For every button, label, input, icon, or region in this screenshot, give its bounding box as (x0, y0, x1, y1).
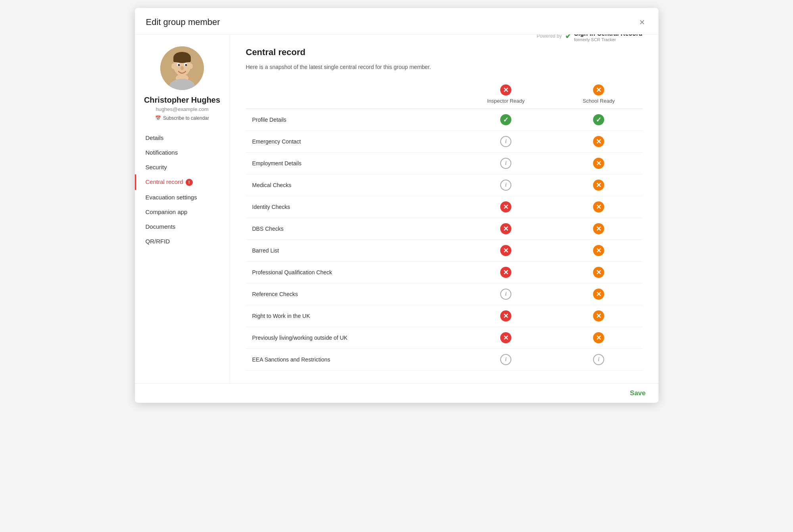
row-school-status: ✕ (555, 174, 643, 196)
icon-orange-x: ✕ (593, 267, 604, 278)
icon-green-check: ✓ (500, 114, 511, 125)
icon-red-x: ✕ (500, 223, 511, 234)
row-label: Employment Details (246, 153, 457, 174)
sidebar-item-qr-rfid[interactable]: QR/RFID (135, 234, 230, 249)
col-header-school: ✕ School Ready (555, 81, 643, 109)
row-inspector-status: ✕ (457, 327, 555, 349)
icon-red-x: ✕ (500, 201, 511, 212)
col-header-name (246, 81, 457, 109)
icon-info: i (500, 136, 511, 147)
modal-header: Edit group member × (135, 8, 659, 34)
row-label: EEA Sanctions and Restrictions (246, 349, 457, 371)
scr-logo: ✔ Sign In Central Record formerly SCR Tr… (565, 34, 642, 42)
sidebar-item-evacuation-settings[interactable]: Evacuation settings (135, 190, 230, 205)
icon-orange-x: ✕ (593, 289, 604, 300)
row-label: Identity Checks (246, 196, 457, 218)
sidebar-item-documents[interactable]: Documents (135, 219, 230, 234)
powered-by: Powered by ✔ Sign In Central Record form… (537, 34, 643, 42)
subscribe-calendar[interactable]: 📅 Subscribe to calendar (155, 115, 209, 121)
svg-point-4 (171, 63, 175, 69)
row-label: Medical Checks (246, 174, 457, 196)
modal-title: Edit group member (146, 17, 220, 27)
sidebar-item-central-record[interactable]: Central record! (135, 174, 230, 190)
user-name: Christopher Hughes (139, 96, 225, 105)
row-school-status: ✕ (555, 283, 643, 305)
table-row: Employment Details i ✕ (246, 153, 643, 174)
row-inspector-status: i (457, 174, 555, 196)
row-label: Reference Checks (246, 283, 457, 305)
table-row: Previously living/working outside of UK … (246, 327, 643, 349)
svg-point-8 (178, 64, 180, 66)
sidebar-item-security[interactable]: Security (135, 160, 230, 174)
modal-body: Christopher Hughes hughes@example.com 📅 … (135, 34, 659, 383)
table-row: EEA Sanctions and Restrictions i i (246, 349, 643, 371)
row-school-status: ✕ (555, 262, 643, 283)
sidebar-item-notifications[interactable]: Notifications (135, 145, 230, 160)
row-label: Professional Qualification Check (246, 262, 457, 283)
icon-info: i (500, 289, 511, 300)
calendar-icon: 📅 (155, 115, 161, 121)
icon-info: i (593, 354, 604, 365)
table-row: Profile Details ✓ ✓ (246, 109, 643, 131)
icon-red-x: ✕ (500, 245, 511, 256)
icon-orange-x: ✕ (593, 201, 604, 212)
icon-orange-x: ✕ (593, 223, 604, 234)
row-inspector-status: i (457, 283, 555, 305)
icon-red-x: ✕ (500, 267, 511, 278)
row-label: Profile Details (246, 109, 457, 131)
table-row: DBS Checks ✕ ✕ (246, 218, 643, 240)
row-label: Barred List (246, 240, 457, 262)
row-label: Emergency Contact (246, 131, 457, 153)
close-button[interactable]: × (637, 17, 647, 28)
modal-footer: Save (135, 383, 659, 403)
row-label: DBS Checks (246, 218, 457, 240)
row-school-status: ✕ (555, 305, 643, 327)
row-school-status: ✓ (555, 109, 643, 131)
table-row: Professional Qualification Check ✕ ✕ (246, 262, 643, 283)
icon-info: i (500, 180, 511, 191)
icon-orange-x: ✕ (593, 136, 604, 147)
save-button[interactable]: Save (630, 389, 646, 397)
row-inspector-status: ✓ (457, 109, 555, 131)
svg-point-5 (189, 63, 193, 69)
icon-orange-x: ✕ (593, 245, 604, 256)
svg-point-10 (180, 66, 184, 70)
row-label: Right to Work in the UK (246, 305, 457, 327)
avatar (160, 46, 204, 90)
table-row: Emergency Contact i ✕ (246, 131, 643, 153)
user-email: hughes@example.com (156, 106, 208, 112)
inspector-header-icon: ✕ (500, 84, 511, 96)
icon-info: i (500, 158, 511, 169)
row-inspector-status: i (457, 131, 555, 153)
row-inspector-status: i (457, 153, 555, 174)
table-row: Right to Work in the UK ✕ ✕ (246, 305, 643, 327)
table-row: Identity Checks ✕ ✕ (246, 196, 643, 218)
icon-orange-x: ✕ (593, 332, 604, 343)
sidebar-item-companion-app[interactable]: Companion app (135, 205, 230, 219)
row-inspector-status: ✕ (457, 218, 555, 240)
icon-red-x: ✕ (500, 332, 511, 343)
row-school-status: i (555, 349, 643, 371)
table-row: Barred List ✕ ✕ (246, 240, 643, 262)
sidebar-item-details[interactable]: Details (135, 130, 230, 145)
school-header-icon: ✕ (593, 84, 604, 96)
icon-orange-x: ✕ (593, 310, 604, 321)
row-inspector-status: i (457, 349, 555, 371)
icon-green-check: ✓ (593, 114, 604, 125)
section-title: Central record (246, 47, 305, 61)
row-school-status: ✕ (555, 240, 643, 262)
edit-group-member-modal: Edit group member × (135, 8, 659, 403)
row-school-status: ✕ (555, 218, 643, 240)
scr-check-icon: ✔ (565, 34, 572, 41)
row-inspector-status: ✕ (457, 196, 555, 218)
icon-red-x: ✕ (500, 310, 511, 321)
row-label: Previously living/working outside of UK (246, 327, 457, 349)
main-content: Central record Powered by ✔ Sign In Cent… (230, 34, 659, 383)
row-school-status: ✕ (555, 196, 643, 218)
icon-orange-x: ✕ (593, 180, 604, 191)
sidebar-nav: DetailsNotificationsSecurityCentral reco… (135, 130, 230, 249)
table-row: Reference Checks i ✕ (246, 283, 643, 305)
sidebar: Christopher Hughes hughes@example.com 📅 … (135, 34, 230, 383)
row-school-status: ✕ (555, 153, 643, 174)
row-inspector-status: ✕ (457, 240, 555, 262)
